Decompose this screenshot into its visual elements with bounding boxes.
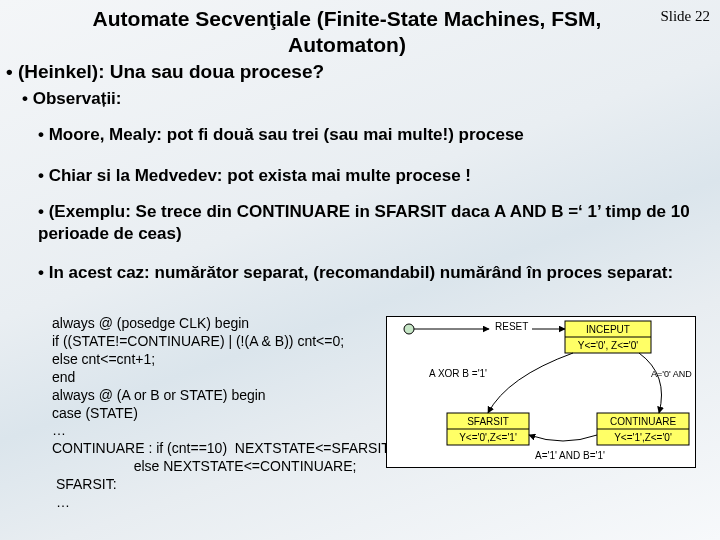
code-line: SFARSIT: [52, 476, 382, 494]
code-line: … [52, 422, 382, 440]
bullet-medv: • Chiar si la Medvedev: pot exista mai m… [38, 165, 702, 187]
state-continuare-name: CONTINUARE [610, 416, 676, 427]
code-line: … [52, 494, 382, 512]
code-line: end [52, 369, 382, 387]
arc-to-sfarsit [488, 353, 573, 413]
state-sfarsit-name: SFARSIT [467, 416, 509, 427]
bullet-moore: • Moore, Mealy: pot fi două sau trei (sa… [38, 124, 702, 146]
code-block: always @ (posedge CLK) begin if ((STATE!… [52, 315, 382, 512]
slide-number: Slide 22 [660, 8, 710, 25]
label-a0b0: A='0' AND B='0' [651, 369, 695, 379]
code-line: always @ (A or B or STATE) begin [52, 387, 382, 405]
entry-dot-icon [404, 324, 414, 334]
code-line: else cnt<=cnt+1; [52, 351, 382, 369]
slide-title: Automate Secvenţiale (Finite-State Machi… [54, 6, 640, 59]
bullet-l1: • (Heinkel): Una sau doua procese? [6, 61, 324, 83]
state-diagram: RESET INCEPUT Y<='0', Z<='0' SFARSIT Y<=… [386, 316, 696, 468]
state-continuare-out: Y<='1',Z<='0' [614, 432, 672, 443]
label-axorb: A XOR B ='1' [429, 368, 487, 379]
code-line: case (STATE) [52, 405, 382, 423]
state-inceput-out: Y<='0', Z<='0' [578, 340, 639, 351]
fsm-svg: RESET INCEPUT Y<='0', Z<='0' SFARSIT Y<=… [387, 317, 695, 467]
arc-to-continuare [639, 353, 662, 413]
bullet-l2: • Observații: [22, 89, 122, 109]
code-line: CONTINUARE : if (cnt==10) NEXTSTATE<=SFA… [52, 440, 382, 458]
label-reset: RESET [495, 321, 528, 332]
bullet-example: • (Exemplu: Se trece din CONTINUARE in S… [38, 201, 702, 245]
label-a1b1: A='1' AND B='1' [535, 450, 605, 461]
code-line: always @ (posedge CLK) begin [52, 315, 382, 333]
code-line: else NEXTSTATE<=CONTINUARE; [52, 458, 382, 476]
code-line: if ((STATE!=CONTINUARE) | (!(A & B)) cnt… [52, 333, 382, 351]
arc-cont-to-sfarsit [529, 435, 597, 441]
state-sfarsit-out: Y<='0',Z<='1' [459, 432, 517, 443]
bullet-counter: • In acest caz: numărător separat, (reco… [38, 262, 702, 284]
state-inceput-name: INCEPUT [586, 324, 630, 335]
